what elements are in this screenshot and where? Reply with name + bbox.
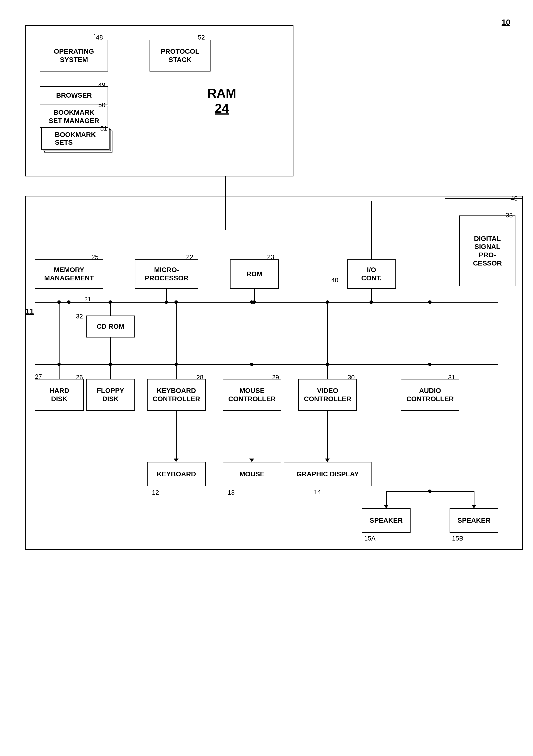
ref-13: 13 bbox=[227, 489, 235, 496]
rom-label: ROM bbox=[246, 270, 262, 278]
ref-14: 14 bbox=[314, 488, 321, 496]
ref-12: 12 bbox=[152, 489, 159, 496]
dot-ac-main bbox=[428, 300, 432, 304]
graphic-display-box: GRAPHIC DISPLAY bbox=[284, 462, 371, 486]
ref-30: 30 bbox=[348, 374, 355, 381]
ref-15a: 15A bbox=[364, 535, 375, 542]
vline-mm-up bbox=[69, 289, 69, 303]
keyboard-box: KEYBOARD bbox=[147, 462, 206, 486]
mouse-controller-label: MOUSECONTROLLER bbox=[228, 387, 276, 403]
dot-ac-split bbox=[428, 490, 432, 493]
microprocessor-box: MICRO-PROCESSOR bbox=[135, 259, 198, 289]
io-cont-box: I/OCONT. bbox=[347, 259, 396, 289]
hard-disk-box: HARDDISK bbox=[35, 379, 84, 411]
ref-26: 26 bbox=[76, 374, 83, 381]
ref-25: 25 bbox=[92, 253, 98, 261]
bookmark-set-manager-label: BOOKMARKSET MANAGER bbox=[49, 108, 99, 125]
mouse-controller-box: MOUSECONTROLLER bbox=[223, 379, 281, 411]
bookmark-sets-box: BOOKMARKSETS bbox=[41, 128, 110, 149]
hline-io-dsp bbox=[371, 230, 460, 230]
dot-mp-bus bbox=[165, 300, 168, 304]
vline-vc-bus bbox=[327, 364, 328, 379]
keyboard-controller-box: KEYBOARDCONTROLLER bbox=[147, 379, 206, 411]
memory-management-box: MEMORYMANAGEMENT bbox=[35, 259, 103, 289]
video-controller-box: VIDEOCONTROLLER bbox=[298, 379, 357, 411]
label-10: 10 bbox=[501, 18, 510, 27]
ram-label: RAM24 bbox=[207, 86, 236, 116]
video-controller-label: VIDEOCONTROLLER bbox=[304, 387, 351, 403]
microprocessor-label: MICRO-PROCESSOR bbox=[145, 266, 189, 282]
vline-hd-bus bbox=[59, 364, 60, 379]
vline-ac-speakers bbox=[430, 411, 430, 491]
speaker-b-label: SPEAKER bbox=[457, 516, 490, 525]
protocol-stack-label: PROTOCOLSTACK bbox=[161, 47, 199, 64]
speaker-a-box: SPEAKER bbox=[362, 508, 411, 533]
arrow-speaker-b bbox=[471, 505, 476, 508]
keyboard-label: KEYBOARD bbox=[157, 470, 196, 478]
browser-box: BROWSER bbox=[40, 86, 108, 104]
vline-fd-bus bbox=[110, 364, 111, 379]
label-11: 11 bbox=[26, 307, 34, 315]
ref-50: 50 bbox=[98, 101, 105, 109]
ref-21: 21 bbox=[84, 296, 91, 303]
cd-rom-box: CD ROM bbox=[86, 315, 135, 338]
vline-ac-bus bbox=[430, 364, 430, 379]
ref-48-curve: ⌐ bbox=[94, 31, 97, 37]
io-cont-label: I/OCONT. bbox=[361, 266, 382, 282]
arrow-vc-gd bbox=[325, 459, 330, 462]
hard-disk-label: HARDDISK bbox=[49, 387, 69, 403]
memory-management-label: MEMORYMANAGEMENT bbox=[44, 266, 94, 282]
vline-vc-gd bbox=[327, 411, 328, 460]
dot-fd-bus2 bbox=[109, 363, 112, 366]
vline-kc-keyboard bbox=[176, 411, 176, 460]
cd-rom-label: CD ROM bbox=[96, 322, 124, 331]
diagram-container: 10 RAM24 OPERATINGSYSTEM 48 ⌐ PROTOCOLST… bbox=[14, 14, 519, 742]
ref-29: 29 bbox=[272, 374, 279, 381]
operating-system-box: OPERATINGSYSTEM bbox=[40, 40, 108, 71]
vline-speaker-a bbox=[386, 491, 386, 506]
speaker-b-box: SPEAKER bbox=[450, 508, 498, 533]
bookmark-sets-label: BOOKMARKSETS bbox=[55, 131, 96, 147]
ref-46: 46 bbox=[511, 195, 518, 202]
vline-kc-main bbox=[176, 302, 176, 365]
vline-mm-lower bbox=[59, 302, 60, 365]
vline-ac-main bbox=[430, 302, 430, 365]
floppy-disk-label: FLOPPYDISK bbox=[97, 387, 124, 403]
ref-32: 32 bbox=[76, 312, 83, 320]
arrow-speaker-a bbox=[384, 505, 388, 508]
operating-system-label: OPERATINGSYSTEM bbox=[54, 47, 94, 64]
dot-mm-lower bbox=[57, 300, 61, 304]
vline-vc-main bbox=[327, 302, 328, 365]
dot-vc-main bbox=[326, 300, 329, 304]
bookmark-set-manager-box: BOOKMARKSET MANAGER bbox=[40, 106, 108, 128]
dot-mc-main bbox=[250, 300, 253, 304]
ref-40: 40 bbox=[331, 277, 338, 284]
audio-controller-box: AUDIOCONTROLLER bbox=[401, 379, 459, 411]
ref-49: 49 bbox=[98, 81, 105, 89]
mouse-label: MOUSE bbox=[240, 470, 265, 478]
keyboard-controller-label: KEYBOARDCONTROLLER bbox=[153, 387, 200, 403]
speaker-a-label: SPEAKER bbox=[370, 516, 403, 525]
ref-28: 28 bbox=[196, 374, 203, 381]
graphic-display-label: GRAPHIC DISPLAY bbox=[296, 470, 359, 478]
floppy-disk-box: FLOPPYDISK bbox=[86, 379, 135, 411]
dsp-label: DIGITALSIGNALPRO-CESSOR bbox=[473, 234, 502, 267]
ref-33: 33 bbox=[506, 212, 513, 219]
arrow-kc-keyboard bbox=[174, 459, 178, 462]
ref-15b: 15B bbox=[452, 535, 463, 542]
ref-23: 23 bbox=[267, 253, 274, 261]
vline-cdrom-upper bbox=[110, 302, 111, 316]
dot-io-dsp-bus bbox=[370, 300, 373, 304]
vline-mc-main bbox=[252, 302, 252, 365]
vline-io-dsp bbox=[371, 201, 372, 260]
ref-22: 22 bbox=[186, 253, 193, 261]
ref-51: 51 bbox=[100, 125, 107, 132]
vline-mc-mouse bbox=[252, 411, 252, 460]
dot-cdrom-upper bbox=[109, 300, 112, 304]
dot-kc-main bbox=[174, 300, 178, 304]
ref-52: 52 bbox=[198, 34, 205, 41]
ref-31: 31 bbox=[448, 374, 455, 381]
mouse-box: MOUSE bbox=[223, 462, 281, 486]
arrow-mc-mouse bbox=[249, 459, 254, 462]
browser-label: BROWSER bbox=[56, 91, 92, 99]
